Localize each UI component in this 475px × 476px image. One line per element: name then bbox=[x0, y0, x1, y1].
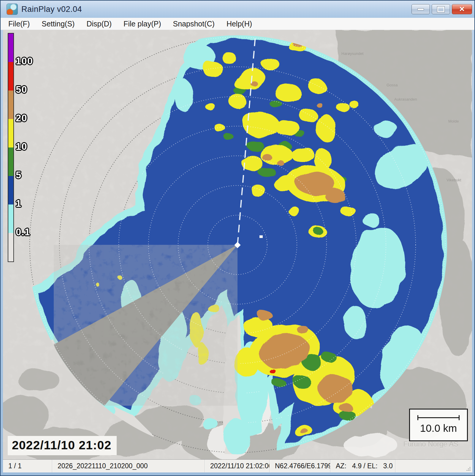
legend-label: 1 bbox=[16, 198, 21, 209]
map-label: Gossa bbox=[387, 83, 398, 87]
maximize-button[interactable] bbox=[432, 4, 450, 14]
map-label: Molde bbox=[448, 119, 459, 123]
scale-bar-line bbox=[418, 417, 459, 418]
status-az-el: AZ: 4.9 / EL: 3.0 bbox=[330, 460, 395, 472]
radar-svg bbox=[3, 30, 472, 459]
watermark: Furuno Norge AS bbox=[403, 440, 458, 448]
timestamp-overlay: 2022/11/10 21:02 bbox=[8, 436, 117, 455]
ship-echo-dot bbox=[259, 235, 263, 238]
legend-seg-green bbox=[8, 147, 13, 176]
legend-label: 10 bbox=[16, 141, 27, 152]
window-title: RainPlay v02.04 bbox=[21, 5, 82, 14]
minimize-icon bbox=[417, 8, 424, 10]
menu-setting[interactable]: Setting(S) bbox=[42, 20, 75, 28]
rain-rate-legend: 100 50 20 10 5 1 0.1 bbox=[8, 33, 14, 262]
app-icon bbox=[7, 4, 18, 15]
legend-seg-cyan bbox=[8, 204, 13, 233]
map-label: Harøysundet bbox=[341, 51, 363, 56]
status-position: N62.4766/E6.1799 bbox=[270, 460, 330, 472]
map-label: Vikebukt bbox=[446, 178, 461, 182]
legend-label: 5 bbox=[16, 169, 21, 181]
legend-seg-yellow bbox=[8, 119, 13, 147]
minimize-button[interactable] bbox=[411, 4, 430, 14]
scale-box: 10.0 km bbox=[409, 409, 468, 441]
legend-label: 20 bbox=[16, 112, 27, 124]
menu-help[interactable]: Help(H) bbox=[227, 20, 252, 28]
window-bottom-frame bbox=[1, 472, 474, 476]
menu-disp[interactable]: Disp(D) bbox=[86, 20, 112, 28]
app-window: RainPlay v02.04 ✕ File(F) Setting(S) Dis… bbox=[0, 0, 475, 476]
legend-label: 0.1 bbox=[16, 226, 30, 238]
maximize-icon bbox=[437, 7, 444, 12]
menu-snapshot[interactable]: Snapshot(C) bbox=[173, 20, 215, 28]
map-label: Aukrasanden bbox=[394, 97, 417, 101]
resize-grip-icon[interactable] bbox=[466, 466, 471, 472]
legend-seg-blue bbox=[8, 176, 13, 204]
status-bar: 1 / 1 2026_20221110_210200_000 2022/11/1… bbox=[3, 459, 472, 472]
window-controls: ✕ bbox=[411, 4, 472, 14]
legend-seg-tan bbox=[8, 91, 13, 119]
titlebar[interactable]: RainPlay v02.04 ✕ bbox=[1, 1, 474, 18]
scale-label: 10.0 km bbox=[420, 422, 457, 434]
menu-fileplay[interactable]: File play(P) bbox=[124, 20, 161, 28]
legend-label: 50 bbox=[16, 84, 27, 95]
close-icon: ✕ bbox=[459, 6, 465, 13]
legend-label: 100 bbox=[16, 55, 33, 67]
legend-seg-red bbox=[8, 62, 13, 91]
status-file-name: 2026_20221110_210200_000 bbox=[52, 460, 205, 472]
status-empty-panel bbox=[395, 460, 472, 472]
legend-color-bar bbox=[8, 33, 14, 262]
legend-seg-purple bbox=[8, 34, 13, 62]
echo-rain-50 bbox=[269, 368, 275, 373]
status-datetime: 2022/11/10 21:02:00 bbox=[205, 460, 270, 472]
close-button[interactable]: ✕ bbox=[452, 4, 472, 14]
menu-bar: File(F) Setting(S) Disp(D) File play(P) … bbox=[1, 18, 474, 30]
menu-file[interactable]: File(F) bbox=[8, 20, 30, 28]
radar-map-display: 100 50 20 10 5 1 0.1 Harøysundet Gossa A… bbox=[3, 30, 472, 459]
legend-seg-white bbox=[8, 233, 13, 261]
status-frame-index: 1 / 1 bbox=[3, 460, 52, 472]
